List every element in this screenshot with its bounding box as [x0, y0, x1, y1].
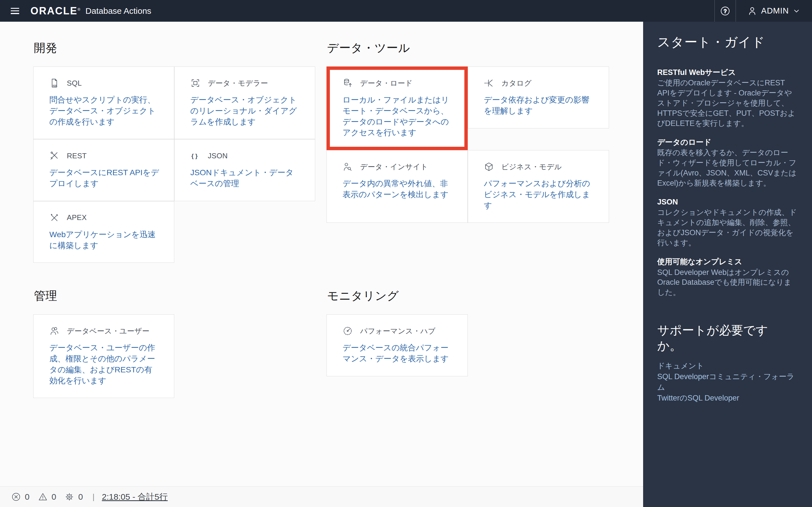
start-guide-panel: スタート・ガイド RESTful Webサービス ご使用のOracleデータベー… [643, 22, 812, 507]
product-title: Database Actions [86, 6, 151, 16]
sql-icon: SQL [49, 78, 59, 88]
guide-section-data-load: データのロード 既存の表を移入するか、データのロード・ウィザードを使用してローカ… [657, 137, 798, 188]
catalog-icon [484, 78, 494, 88]
json-braces-icon: { } [190, 151, 200, 161]
card-apex[interactable]: APEX Webアプリケーションを迅速に構築します [33, 201, 174, 263]
svg-text:?: ? [723, 8, 726, 14]
status-errors[interactable]: 0 [11, 492, 30, 502]
status-warnings[interactable]: 0 [38, 492, 56, 502]
card-description-link[interactable]: 問合せやスクリプトの実行、データベース・オブジェクトの作成を行います [49, 94, 159, 127]
card-json[interactable]: { } JSON JSONドキュメント・データベースの管理 [174, 139, 315, 201]
support-link-community-forum[interactable]: SQL Developerコミュニティ・フォーラム [657, 372, 798, 393]
guide-body: SQL Developer WebはオンプレミスのOracle Database… [657, 268, 798, 298]
status-time-link[interactable]: 2:18:05 - 合計5行 [102, 491, 167, 503]
performance-hub-icon [343, 326, 353, 336]
section-administration: 管理 データベース・ユーザー データベース・ユーザーの作成、権限とその他のパラメ… [33, 288, 315, 398]
guide-body: 既存の表を移入するか、データのロード・ウィザードを使用してローカル・ファイル(A… [657, 148, 798, 188]
guide-section-restful: RESTful Webサービス ご使用のOracleデータベースにREST AP… [657, 67, 798, 129]
guide-heading: 使用可能なオンプレミス [657, 257, 798, 267]
section-development: 開発 SQL SQL 問合せやスクリプトの実行、データベース・オブジェクトの作成… [33, 40, 315, 263]
svg-text:{ }: { } [192, 153, 198, 159]
help-button[interactable]: ? [715, 0, 735, 22]
card-label: APEX [67, 213, 87, 222]
card-description-link[interactable]: パフォーマンスおよび分析のビジネス・モデルを作成します [484, 178, 594, 211]
chevron-down-icon [793, 7, 800, 15]
card-description-link[interactable]: データベース・オブジェクトのリレーショナル・ダイアグラムを作成します [190, 94, 300, 127]
card-catalog[interactable]: カタログ データ依存および変更の影響を理解します [468, 66, 609, 128]
card-label: データ・インサイト [360, 162, 428, 172]
guide-heading: JSON [657, 197, 798, 207]
card-description-link[interactable]: データ依存および変更の影響を理解します [484, 94, 594, 116]
card-label: データ・ロード [360, 78, 413, 88]
section-title: 開発 [34, 40, 315, 56]
guide-body: コレクションやドキュメントの作成、ドキュメントの追加や編集、削除、参照、およびJ… [657, 208, 798, 248]
warning-icon [38, 492, 48, 502]
section-title: データ・ツール [327, 40, 609, 56]
card-rest[interactable]: REST データベースにREST APIをデプロイします [33, 139, 174, 201]
card-label: カタログ [501, 78, 532, 88]
card-label: パフォーマンス・ハブ [360, 326, 436, 336]
card-label: データベース・ユーザー [67, 326, 149, 336]
card-description-link[interactable]: データベース・ユーザーの作成、権限とその他のパラメータの編集、およびRESTの有… [49, 342, 159, 386]
card-label: データ・モデラー [208, 78, 268, 88]
warning-count: 0 [52, 492, 56, 502]
statusbar: 0 0 0 | 2:18:05 - 合計5行 [0, 487, 643, 507]
registered-mark: ® [78, 7, 81, 11]
card-description-link[interactable]: データベースにREST APIをデプロイします [49, 167, 159, 189]
guide-body: ご使用のOracleデータベースにREST APIをデプロイします - Orac… [657, 78, 798, 129]
guide-heading: RESTful Webサービス [657, 67, 798, 77]
section-title: モニタリング [327, 288, 609, 304]
apex-icon [49, 213, 59, 223]
topbar-right: ? ADMIN [714, 0, 812, 22]
section-data-tools: データ・ツール データ・ロード ローカル・ファイルまたはリモート・データベース [326, 40, 609, 223]
card-performance-hub[interactable]: パフォーマンス・ハブ データベースの統合パフォーマンス・データを表示します [326, 314, 468, 376]
support-title: サポートが必要ですか。 [657, 323, 787, 353]
status-processes[interactable]: 0 [64, 492, 83, 502]
launchpad: 開発 SQL SQL 問合せやスクリプトの実行、データベース・オブジェクトの作成… [0, 22, 643, 487]
brand: ORACLE® Database Actions [31, 5, 151, 17]
business-model-icon [484, 162, 494, 172]
error-count: 0 [25, 492, 30, 502]
database-users-icon [49, 326, 59, 336]
data-insights-icon [343, 162, 353, 172]
card-label: JSON [208, 152, 228, 160]
card-sql[interactable]: SQL SQL 問合せやスクリプトの実行、データベース・オブジェクトの作成を行い… [33, 66, 174, 139]
svg-text:SQL: SQL [52, 84, 57, 87]
status-separator: | [93, 492, 94, 501]
card-database-users[interactable]: データベース・ユーザー データベース・ユーザーの作成、権限とその他のパラメータの… [33, 314, 174, 398]
data-load-icon [343, 78, 353, 88]
hamburger-menu-icon[interactable] [11, 8, 19, 14]
support-link-documentation[interactable]: ドキュメント [657, 361, 798, 372]
card-business-model[interactable]: ビジネス・モデル パフォーマンスおよび分析のビジネス・モデルを作成します [468, 150, 609, 223]
card-data-load[interactable]: データ・ロード ローカル・ファイルまたはリモート・データベースから、データのロー… [326, 66, 468, 150]
user-name: ADMIN [761, 6, 789, 15]
card-label: REST [67, 152, 87, 160]
person-icon [747, 6, 757, 16]
rest-icon [49, 151, 59, 161]
card-label: SQL [67, 79, 82, 88]
section-title: 管理 [34, 288, 315, 304]
gear-icon [64, 492, 74, 502]
card-description-link[interactable]: データベースの統合パフォーマンス・データを表示します [343, 342, 453, 364]
oracle-logo: ORACLE® [31, 5, 81, 17]
card-description-link[interactable]: JSONドキュメント・データベースの管理 [190, 167, 300, 189]
guide-heading: データのロード [657, 137, 798, 147]
error-icon [11, 492, 21, 502]
card-description-link[interactable]: Webアプリケーションを迅速に構築します [49, 229, 159, 251]
guide-section-on-premises: 使用可能なオンプレミス SQL Developer WebはオンプレミスのOra… [657, 257, 798, 298]
card-description-link[interactable]: ローカル・ファイルまたはリモート・データベースから、データのロードやデータへのア… [343, 94, 453, 138]
data-modeler-icon [190, 78, 200, 88]
user-menu[interactable]: ADMIN [736, 0, 812, 22]
support-links: ドキュメント SQL Developerコミュニティ・フォーラム Twitter… [657, 361, 798, 403]
card-description-link[interactable]: データ内の異常や外れ値、非表示のパターンを検出します [343, 178, 453, 200]
support-link-twitter[interactable]: TwitterのSQL Developer [657, 393, 798, 404]
card-data-insights[interactable]: データ・インサイト データ内の異常や外れ値、非表示のパターンを検出します [326, 150, 468, 223]
process-count: 0 [78, 492, 83, 502]
help-icon: ? [720, 6, 730, 16]
card-data-modeler[interactable]: データ・モデラー データベース・オブジェクトのリレーショナル・ダイアグラムを作成… [174, 66, 315, 139]
guide-section-json: JSON コレクションやドキュメントの作成、ドキュメントの追加や編集、削除、参照… [657, 197, 798, 248]
topbar: ORACLE® Database Actions ? ADMIN [0, 0, 812, 22]
start-guide-title: スタート・ガイド [657, 34, 798, 51]
section-monitoring: モニタリング パフォーマンス・ハブ データベースの統合パフォーマンス・データを表… [326, 288, 609, 376]
card-label: ビジネス・モデル [501, 162, 562, 172]
